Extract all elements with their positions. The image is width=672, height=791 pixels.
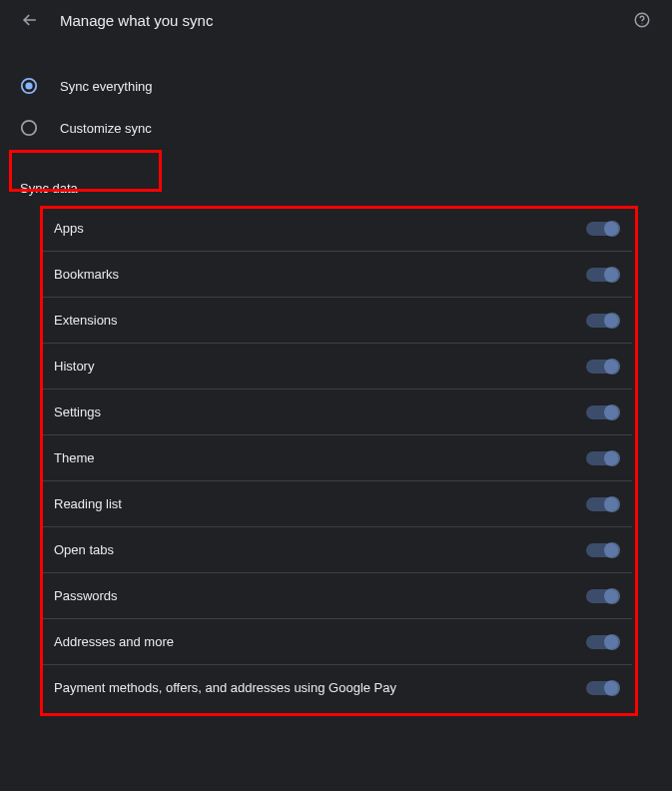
sync-item-toggle[interactable] [586, 589, 618, 603]
radio-customize-sync[interactable]: Customize sync [20, 107, 652, 149]
sync-item-label: Passwords [54, 588, 118, 603]
svg-point-3 [25, 82, 32, 89]
sync-item-label: Open tabs [54, 542, 114, 557]
svg-point-4 [22, 121, 36, 135]
back-arrow-icon[interactable] [20, 10, 40, 30]
sync-item-toggle[interactable] [586, 497, 618, 511]
sync-item-toggle[interactable] [586, 222, 618, 236]
toggle-knob [604, 634, 620, 650]
sync-item-toggle[interactable] [586, 681, 618, 695]
sync-item-toggle[interactable] [586, 451, 618, 465]
radio-unchecked-icon [20, 119, 38, 137]
radio-label-customize: Customize sync [60, 121, 152, 136]
toggle-knob [604, 680, 620, 696]
sync-item-label: Theme [54, 450, 94, 465]
radio-checked-icon [20, 77, 38, 95]
sync-item-label: Payment methods, offers, and addresses u… [54, 680, 396, 695]
sync-data-list: AppsBookmarksExtensionsHistorySettingsTh… [40, 206, 632, 710]
sync-item-label: Addresses and more [54, 634, 174, 649]
sync-item-row: Payment methods, offers, and addresses u… [40, 665, 632, 710]
radio-label-everything: Sync everything [60, 79, 153, 94]
sync-item-label: History [54, 359, 94, 374]
toggle-knob [604, 313, 620, 329]
toggle-knob [604, 267, 620, 283]
sync-item-toggle[interactable] [586, 360, 618, 374]
sync-item-row: Theme [40, 435, 632, 481]
sync-item-row: Addresses and more [40, 619, 632, 665]
sync-item-toggle[interactable] [586, 405, 618, 419]
toggle-knob [604, 221, 620, 237]
sync-item-row: Passwords [40, 573, 632, 619]
sync-item-row: Settings [40, 390, 632, 435]
sync-item-row: Reading list [40, 481, 632, 527]
sync-item-row: Open tabs [40, 527, 632, 573]
sync-item-row: Apps [40, 206, 632, 252]
page-header: Manage what you sync [0, 0, 672, 40]
section-title-sync-data: Sync data [0, 159, 672, 206]
sync-item-label: Bookmarks [54, 267, 119, 282]
toggle-knob [604, 496, 620, 512]
sync-item-toggle[interactable] [586, 635, 618, 649]
sync-item-toggle[interactable] [586, 543, 618, 557]
sync-item-label: Apps [54, 221, 84, 236]
sync-item-row: History [40, 344, 632, 390]
sync-item-toggle[interactable] [586, 268, 618, 282]
toggle-knob [604, 542, 620, 558]
sync-item-label: Settings [54, 404, 101, 419]
svg-point-1 [641, 23, 642, 24]
sync-item-toggle[interactable] [586, 314, 618, 328]
page-title: Manage what you sync [60, 12, 213, 29]
radio-sync-everything[interactable]: Sync everything [20, 65, 652, 107]
toggle-knob [604, 404, 620, 420]
help-icon[interactable] [632, 10, 652, 30]
sync-item-label: Extensions [54, 313, 118, 328]
sync-item-label: Reading list [54, 496, 122, 511]
sync-item-row: Bookmarks [40, 252, 632, 298]
toggle-knob [604, 588, 620, 604]
toggle-knob [604, 359, 620, 375]
sync-mode-radio-group: Sync everything Customize sync [0, 40, 672, 159]
sync-item-row: Extensions [40, 298, 632, 344]
toggle-knob [604, 450, 620, 466]
